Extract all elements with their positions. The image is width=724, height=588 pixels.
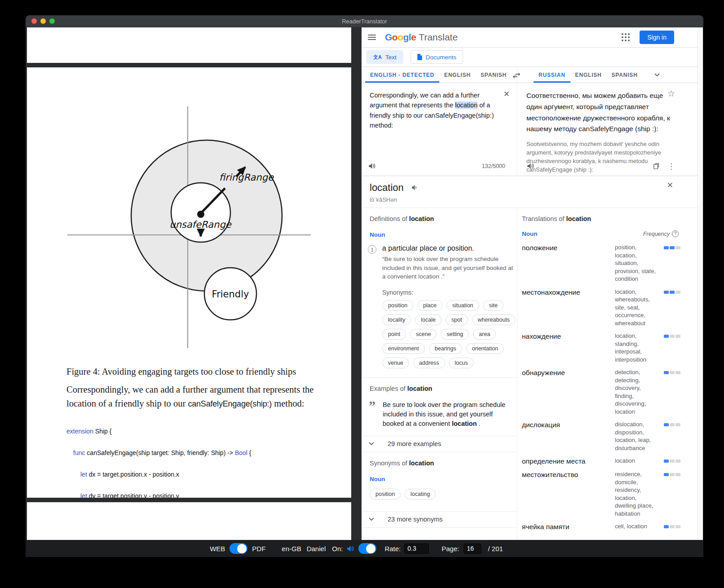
body-paragraph: Correspondingly, we can add a further ar… <box>66 383 318 411</box>
part-of-speech: Noun <box>370 476 517 482</box>
speech-toggle[interactable] <box>358 543 376 554</box>
listen-source-icon[interactable] <box>368 162 376 170</box>
tab-documents[interactable]: Documents <box>411 50 463 64</box>
pronounce-word-icon[interactable] <box>411 184 419 191</box>
synonym-chip[interactable]: orientation <box>466 343 504 354</box>
source-lang-english[interactable]: ENGLISH <box>439 67 476 83</box>
page-total: / 201 <box>488 545 503 553</box>
synonym-chip[interactable]: setting <box>441 329 469 340</box>
synonym-chip[interactable]: position <box>382 300 413 311</box>
translation-ru: дислокация <box>522 420 615 452</box>
page-input[interactable] <box>464 544 481 554</box>
logo-product-name: Translate <box>419 32 458 43</box>
translation-en: detection, detecting, discovery, finding… <box>615 368 661 416</box>
translation-row[interactable]: нахождение location, standing, interposa… <box>522 332 680 363</box>
translation-en: location <box>615 457 661 465</box>
examples-heading: Examples of location <box>370 385 517 392</box>
translation-row[interactable]: определение места location <box>522 457 680 465</box>
synonym-chip[interactable]: venue <box>382 358 409 368</box>
frequency-bars <box>661 522 680 531</box>
synonym-chip[interactable]: environment <box>382 343 425 354</box>
source-lang-detected[interactable]: ENGLISH - DETECTED <box>365 67 439 83</box>
scrollbar[interactable] <box>698 27 703 540</box>
pdf-mode-label[interactable]: PDF <box>252 545 265 553</box>
code-keyword: extension <box>66 428 93 435</box>
translation-row[interactable]: дислокация dislocation, disposition, loc… <box>522 420 680 452</box>
more-options-icon[interactable]: ⋮ <box>667 162 675 171</box>
synonym-chip[interactable]: locating <box>405 489 436 500</box>
friendly-label: Friendly <box>212 289 249 300</box>
translation-row[interactable]: ячейка памяти cell, location <box>522 522 680 531</box>
previous-page-fragment <box>27 27 351 63</box>
web-pdf-toggle[interactable] <box>230 543 247 554</box>
translation-row[interactable]: местонахождение location, whereabouts, s… <box>522 288 680 327</box>
part-of-speech: Noun <box>370 231 517 238</box>
synonyms-heading: Synonyms of location <box>370 460 517 467</box>
translation-ru: обнаружение <box>522 368 615 416</box>
close-dictionary-icon[interactable]: ✕ <box>667 181 673 190</box>
more-examples-label: 29 more examples <box>388 440 441 447</box>
document-page[interactable]: firingRange unsafeRange Friendly Figure … <box>27 67 351 498</box>
tab-text[interactable]: 文A Text <box>366 50 403 64</box>
synonym-chip[interactable]: place <box>417 300 442 311</box>
synonym-chip[interactable]: locale <box>415 314 441 325</box>
listen-translation-icon[interactable] <box>526 162 535 170</box>
source-text-panel[interactable]: Correspondingly, we can add a further ar… <box>362 83 517 176</box>
voice-name[interactable]: Daniel <box>307 545 326 553</box>
synonym-chip[interactable]: locus <box>449 358 474 368</box>
close-window-button[interactable] <box>31 18 37 24</box>
synonym-chip[interactable]: locality <box>382 314 411 325</box>
code-keyword: func <box>73 449 85 456</box>
definition-item: 1 a particular place or position. “Be su… <box>368 244 509 368</box>
synonym-chip[interactable]: whereabouts <box>472 314 516 325</box>
target-lang-russian[interactable]: RUSSIAN <box>534 67 570 83</box>
example-before: Be sure to look over the program schedul… <box>383 401 505 427</box>
synonym-chip[interactable]: point <box>382 329 406 340</box>
logo-letter: G <box>385 32 392 42</box>
more-synonyms-row[interactable]: 23 more synonyms <box>362 511 517 528</box>
translation-en: position, location, situation, provision… <box>615 243 661 283</box>
copy-translation-icon[interactable] <box>653 162 660 170</box>
synonym-chip[interactable]: situation <box>446 300 479 311</box>
zoom-window-button[interactable] <box>49 18 55 24</box>
frequency-help-icon[interactable]: ? <box>672 230 679 237</box>
voice-language[interactable]: en-GB <box>282 545 301 553</box>
clear-source-icon[interactable]: ✕ <box>503 89 510 99</box>
rate-input[interactable] <box>404 544 429 554</box>
frequency-bars <box>661 243 680 283</box>
translation-row[interactable]: обнаружение detection, detecting, discov… <box>522 368 680 416</box>
source-text[interactable]: Correspondingly, we can add a further ar… <box>370 90 497 131</box>
part-of-speech: Noun <box>522 230 538 237</box>
synonym-chip[interactable]: position <box>370 489 401 500</box>
synonym-chip[interactable]: bearings <box>429 343 462 354</box>
menu-icon[interactable] <box>368 35 376 40</box>
synonym-chip[interactable]: spot <box>446 314 468 325</box>
speech-speaker-icon[interactable] <box>346 544 355 553</box>
app-window: ReaderTranslator <box>26 15 703 557</box>
source-lang-spanish[interactable]: SPANISH <box>476 67 512 83</box>
target-lang-spanish[interactable]: SPANISH <box>607 67 643 83</box>
translated-text: Соответственно, мы можем добавить еще од… <box>526 90 675 135</box>
chevron-down-icon[interactable] <box>654 73 660 77</box>
translation-ru: определение места <box>522 457 615 465</box>
selected-word[interactable]: location <box>455 102 477 109</box>
save-translation-star-icon[interactable]: ☆ <box>667 88 675 99</box>
translation-row[interactable]: местожительство residence, domicile, res… <box>522 470 680 517</box>
synonym-chip[interactable]: area <box>473 329 496 340</box>
gt-mode-tabs: 文A Text Documents <box>362 48 703 67</box>
minimize-window-button[interactable] <box>40 18 46 24</box>
google-translate-logo[interactable]: Google Translate <box>385 32 458 43</box>
swap-languages-icon[interactable] <box>512 71 521 80</box>
chevron-down-icon <box>369 442 374 446</box>
synonym-chip[interactable]: site <box>483 300 503 311</box>
synonym-chip[interactable]: scene <box>410 329 437 340</box>
translation-row[interactable]: положение position, location, situation,… <box>522 243 680 283</box>
synonym-chip[interactable]: address <box>413 358 445 368</box>
logo-letter: e <box>411 32 416 42</box>
frequency-bars <box>661 457 680 465</box>
web-mode-label[interactable]: WEB <box>210 545 225 553</box>
target-lang-english[interactable]: ENGLISH <box>570 67 607 83</box>
more-examples-row[interactable]: 29 more examples <box>362 436 517 452</box>
google-apps-icon[interactable] <box>622 33 630 41</box>
sign-in-button[interactable]: Sign in <box>640 31 674 44</box>
